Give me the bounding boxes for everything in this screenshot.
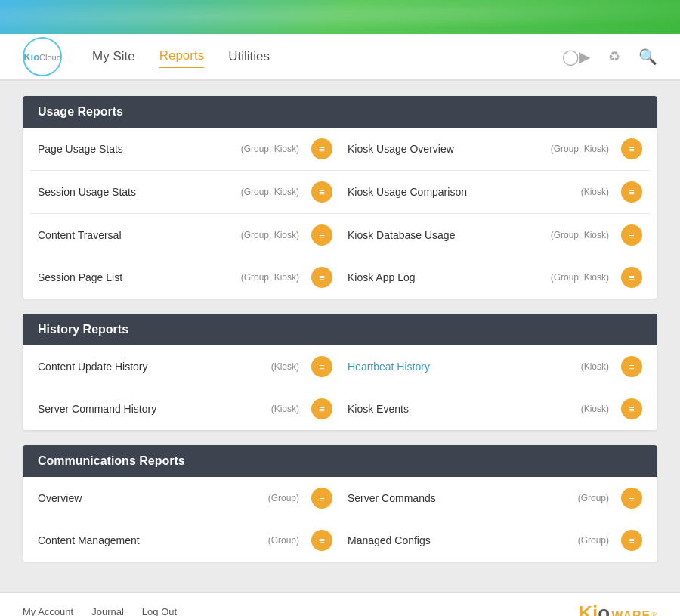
logo-ware: WARE [611,609,651,616]
report-tag: (Kiosk) [271,361,299,372]
list-icon: ≡ [629,404,635,414]
list-icon: ≡ [319,144,325,154]
list-item: Managed Configs (Group) ≡ [340,519,650,562]
report-button[interactable]: ≡ [621,488,642,509]
report-button[interactable]: ≡ [311,181,332,203]
report-name: Page Usage Stats [38,143,235,155]
person-icon[interactable]: ◯▶ [562,48,590,66]
report-name: Server Commands [348,492,572,504]
history-reports-left: Content Update History (Kiosk) ≡ Server … [30,345,340,430]
history-reports-header: History Reports [23,314,657,345]
report-tag: (Group) [268,493,299,503]
list-icon: ≡ [629,231,635,240]
list-icon: ≡ [629,144,635,154]
report-tag: (Group, Kiosk) [241,144,299,154]
report-button[interactable]: ≡ [621,398,642,419]
logo-ki: Ki [578,602,598,616]
report-name-link[interactable]: Heartbeat History [348,361,575,373]
report-button[interactable]: ≡ [621,138,642,159]
report-name: Managed Configs [348,534,572,546]
list-icon: ≡ [319,404,325,414]
list-icon: ≡ [629,273,635,283]
logo-o: o [598,602,610,616]
footer-links: My Account Journal Log Out [23,606,177,616]
report-button[interactable]: ≡ [311,530,332,551]
usage-reports-left: Page Usage Stats (Group, Kiosk) ≡ Sessio… [30,128,340,299]
list-item: Kiosk Usage Overview (Group, Kiosk) ≡ [340,128,650,171]
report-tag: (Group, Kiosk) [551,144,609,154]
nav-mysite[interactable]: My Site [92,46,135,67]
list-item: Session Usage Stats (Group, Kiosk) ≡ [30,171,340,214]
nav-reports[interactable]: Reports [159,45,205,68]
logo-reg: ® [651,611,657,616]
list-item: Kiosk Usage Comparison (Kiosk) ≡ [340,171,650,214]
communications-reports-section: Communications Reports Overview (Group) … [23,445,657,562]
footer-logo: Ki o WARE ® kiosk system software [578,602,657,616]
list-icon: ≡ [629,536,635,546]
list-icon: ≡ [629,494,635,503]
report-name: Kiosk App Log [348,271,545,283]
report-button[interactable]: ≡ [311,356,332,377]
report-tag: (Group, Kiosk) [241,230,299,240]
nav-icons: ◯▶ ♻ 🔍 [562,48,657,66]
nav-utilities[interactable]: Utilities [228,46,270,67]
list-item: Content Traversal (Group, Kiosk) ≡ [30,214,340,256]
list-icon: ≡ [629,187,635,197]
list-item: Page Usage Stats (Group, Kiosk) ≡ [30,128,340,171]
list-icon: ≡ [319,231,325,240]
communications-reports-title: Communications Reports [38,454,185,467]
history-reports-body: Content Update History (Kiosk) ≡ Server … [23,345,657,430]
report-name: Session Page List [38,271,235,283]
list-item: Content Update History (Kiosk) ≡ [30,345,340,388]
report-tag: (Group, Kiosk) [551,230,609,240]
list-item: Kiosk App Log (Group, Kiosk) ≡ [340,256,650,299]
report-tag: (Group, Kiosk) [241,187,299,197]
communications-reports-header: Communications Reports [23,445,657,477]
report-name: Session Usage Stats [38,186,235,198]
footer-myaccount[interactable]: My Account [23,606,73,616]
report-button[interactable]: ≡ [311,224,332,246]
footer-journal[interactable]: Journal [91,606,124,616]
main-nav: KioCloud My Site Reports Utilities ◯▶ ♻ … [0,34,680,81]
footer-logout[interactable]: Log Out [142,606,177,616]
report-button[interactable]: ≡ [311,488,332,509]
list-item: Server Command History (Kiosk) ≡ [30,388,340,430]
logo[interactable]: KioCloud [23,37,62,76]
usage-reports-section: Usage Reports Page Usage Stats (Group, K… [23,96,657,299]
report-name: Content Update History [38,361,265,373]
search-icon[interactable]: 🔍 [638,48,657,66]
list-icon: ≡ [319,187,325,197]
nav-links: My Site Reports Utilities [92,45,562,68]
recycle-icon[interactable]: ♻ [608,48,620,65]
report-name: Content Traversal [38,229,235,241]
list-item: Heartbeat History (Kiosk) ≡ [340,345,650,388]
report-name: Content Management [38,534,262,546]
report-button[interactable]: ≡ [621,267,642,288]
report-tag: (Group) [268,535,299,546]
usage-reports-title: Usage Reports [38,105,123,118]
list-icon: ≡ [319,494,325,503]
footer-left: My Account Journal Log Out v5.0.3687 - J… [23,606,177,616]
communications-reports-body: Overview (Group) ≡ Content Management (G… [23,477,657,562]
report-name: Overview [38,492,262,504]
report-button[interactable]: ≡ [311,138,332,159]
report-tag: (Group, Kiosk) [551,272,609,283]
report-name: Kiosk Events [348,403,575,415]
report-tag: (Kiosk) [581,404,609,414]
report-name: Kiosk Usage Overview [348,143,545,155]
list-item: Session Page List (Group, Kiosk) ≡ [30,256,340,299]
report-name: Server Command History [38,403,265,415]
footer: My Account Journal Log Out v5.0.3687 - J… [0,592,680,616]
list-item: Server Commands (Group) ≡ [340,477,650,519]
report-name: Kiosk Usage Comparison [348,186,575,198]
report-button[interactable]: ≡ [621,356,642,377]
report-tag: (Group, Kiosk) [241,272,299,283]
report-tag: (Kiosk) [581,361,609,372]
usage-reports-body: Page Usage Stats (Group, Kiosk) ≡ Sessio… [23,128,657,299]
list-icon: ≡ [319,536,325,546]
report-button[interactable]: ≡ [621,224,642,246]
report-button[interactable]: ≡ [311,267,332,288]
report-button[interactable]: ≡ [621,181,642,203]
report-button[interactable]: ≡ [621,530,642,551]
report-button[interactable]: ≡ [311,398,332,419]
